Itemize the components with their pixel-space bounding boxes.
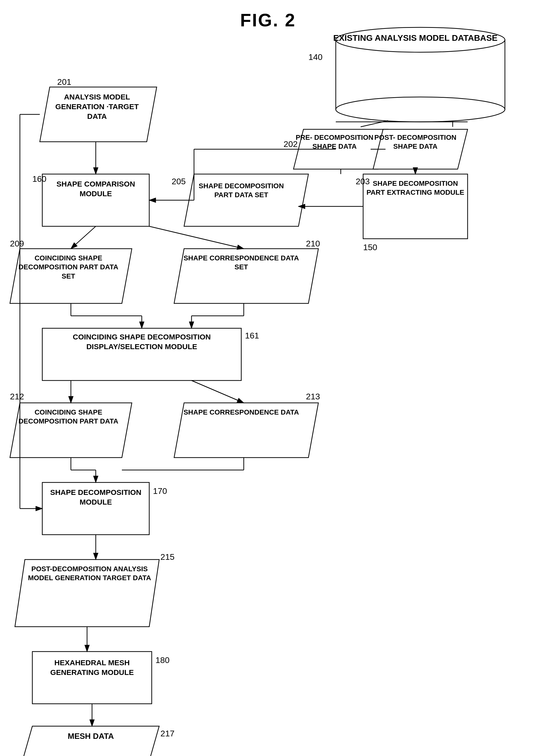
shape-correspondence-data-text: SHAPE CORRESPONDENCE DATA xyxy=(182,408,301,417)
shape-decomp-extracting-text: SHAPE DECOMPOSITION PART EXTRACTING MODU… xyxy=(364,179,466,197)
label-161: 161 xyxy=(245,331,259,341)
coinciding-shape-decomp-dataset-text: COINCIDING SHAPE DECOMPOSITION PART DATA… xyxy=(15,254,122,281)
svg-line-40 xyxy=(191,380,244,403)
svg-rect-2 xyxy=(336,40,505,110)
svg-point-4 xyxy=(336,97,505,122)
fig-title: FIG. 2 xyxy=(240,10,296,30)
label-215: 215 xyxy=(160,552,175,562)
pre-decomp-text: PRE- DECOMPOSITION SHAPE DATA xyxy=(295,133,374,151)
label-213: 213 xyxy=(306,392,320,401)
label-140: 140 xyxy=(308,52,322,62)
label-217: 217 xyxy=(160,729,175,738)
label-180: 180 xyxy=(155,655,170,665)
analysis-model-gen-text: ANALYSIS MODEL GENERATION ·TARGET DATA xyxy=(46,92,148,121)
svg-line-25 xyxy=(71,226,96,249)
label-150: 150 xyxy=(363,243,377,252)
label-210: 210 xyxy=(306,239,320,248)
post-decomp-text: POST- DECOMPOSITION SHAPE DATA xyxy=(374,133,456,151)
label-205: 205 xyxy=(172,177,186,186)
coinciding-display-selection-text: COINCIDING SHAPE DECOMPOSITION DISPLAY/S… xyxy=(44,332,240,351)
label-209: 209 xyxy=(10,239,24,248)
shape-decomp-part-dataset-text: SHAPE DECOMPOSITION PART DATA SET xyxy=(189,181,293,200)
label-212: 212 xyxy=(10,392,24,401)
svg-line-20 xyxy=(361,121,388,127)
shape-decomp-module-text: SHAPE DECOMPOSITION MODULE xyxy=(44,487,148,507)
mesh-data-text: MESH DATA xyxy=(37,731,144,741)
svg-line-26 xyxy=(149,226,244,249)
shape-comparison-text: SHAPE COMPARISON MODULE xyxy=(44,179,148,198)
hexahedral-mesh-text: HEXAHEDRAL MESH GENERATING MODULE xyxy=(34,658,151,677)
diagram-container: FIG. 2 xyxy=(0,0,536,756)
existing-db-title: EXISTING ANALYSIS MODEL DATABASE xyxy=(321,32,510,43)
post-decomp-analysis-text: POST-DECOMPOSITION ANALYSIS MODEL GENERA… xyxy=(25,565,154,583)
coinciding-shape-decomp-part-data-text: COINCIDING SHAPE DECOMPOSITION PART DATA xyxy=(15,408,122,426)
label-170: 170 xyxy=(153,486,167,496)
shape-correspondence-dataset-text: SHAPE CORRESPONDENCE DATA SET xyxy=(182,254,301,272)
label-201: 201 xyxy=(57,77,71,87)
